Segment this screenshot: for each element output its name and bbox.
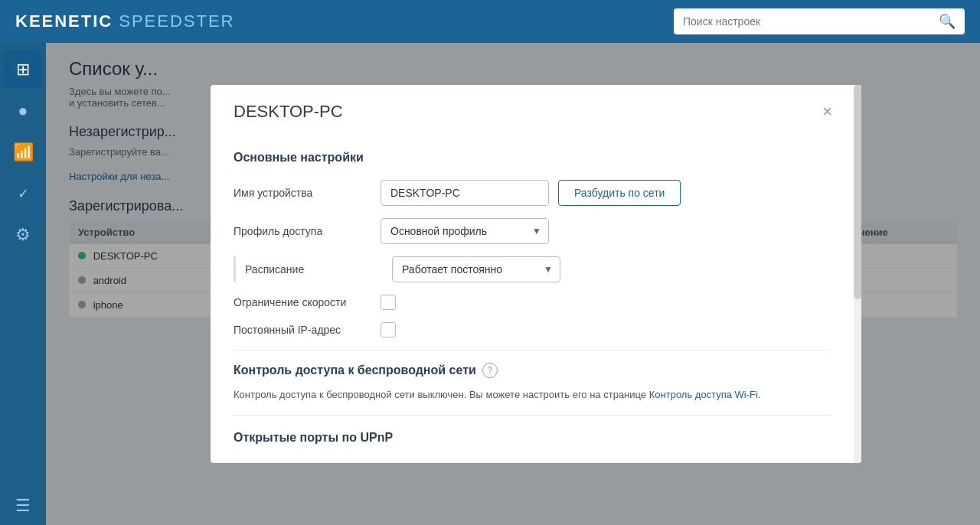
menu-icon: ☰ [15,496,31,516]
modal-inner: DESKTOP-PC × Основные настройки Имя устр… [211,85,861,463]
static-ip-row: Постоянный IP-адрес [234,322,831,338]
access-profile-select-wrap: Основной профиль Другой профиль ▼ [381,218,549,244]
device-name-label: Имя устройства [234,187,371,199]
device-name-input[interactable] [381,180,549,206]
modal-dialog: DESKTOP-PC × Основные настройки Имя устр… [211,85,861,463]
static-ip-label: Постоянный IP-адрес [234,324,371,336]
wireless-section: Контроль доступа к беспроводной сети ? К… [234,363,831,403]
access-profile-row: Профиль доступа Основной профиль Другой … [234,218,831,244]
schedule-select[interactable]: Работает постоянно По расписанию [392,256,560,282]
device-name-row: Имя устройства Разбудить по сети [234,180,831,206]
divider [234,350,831,351]
sidebar: ⊞ ● 📶 ✓ ⚙ ☰ [0,43,46,525]
basic-settings-title: Основные настройки [234,151,831,165]
wireless-title: Контроль доступа к беспроводной сети [234,364,476,377]
open-ports-title: Открытые порты по UPnP [234,431,831,445]
sidebar-item-dashboard[interactable]: ⊞ [4,51,42,89]
logo-keenetic: KEENETIC [15,11,113,31]
modal-close-button[interactable]: × [816,100,838,123]
access-profile-label: Профиль доступа [234,225,371,237]
static-ip-checkbox[interactable] [381,322,396,338]
schedule-label: Расписание [245,263,383,276]
wake-button[interactable]: Разбудить по сети [558,180,681,206]
sidebar-item-menu[interactable]: ☰ [4,487,42,525]
search-wrap: 🔍 [674,8,965,34]
modal-header: DESKTOP-PC × [211,85,861,135]
schedule-select-wrap: Работает постоянно По расписанию ▼ [392,256,560,282]
access-profile-select[interactable]: Основной профиль Другой профиль [381,218,549,244]
wifi-icon: 📶 [13,142,34,162]
modal-body: Основные настройки Имя устройства Разбуд… [211,135,861,463]
content-area: Список у... Здесь вы можете по... и уста… [46,43,980,525]
wireless-desc: Контроль доступа к беспроводной сети вык… [234,387,831,403]
globe-icon: ● [18,101,28,121]
sidebar-item-globe[interactable]: ● [4,92,42,130]
logo-speedster: SPEEDSTER [119,11,234,31]
wireless-title-row: Контроль доступа к беспроводной сети ? [234,363,831,378]
topbar: KEENETIC SPEEDSTER 🔍 [0,0,980,43]
sidebar-item-settings[interactable]: ⚙ [4,216,42,254]
main-layout: ⊞ ● 📶 ✓ ⚙ ☰ Список у... Здесь вы можете … [0,43,980,525]
dashboard-icon: ⊞ [16,60,30,80]
help-icon[interactable]: ? [482,363,498,378]
wireless-link[interactable]: Контроль доступа Wi-Fi [649,389,758,400]
logo: KEENETIC SPEEDSTER [15,11,235,31]
search-input[interactable] [683,15,933,28]
sidebar-item-shield[interactable]: ✓ [4,174,42,213]
speed-limit-label: Ограничение скорости [234,296,371,308]
divider2 [234,415,831,416]
speed-limit-row: Ограничение скорости [234,295,831,310]
open-ports-section: Открытые порты по UPnP [234,431,831,445]
scroll-track [854,85,861,463]
modal-title: DESKTOP-PC [234,102,343,122]
gear-icon: ⚙ [15,225,31,245]
speed-limit-checkbox[interactable] [381,295,396,310]
schedule-row: Расписание Работает постоянно По расписа… [234,256,831,282]
search-button[interactable]: 🔍 [939,13,956,30]
shield-icon: ✓ [18,185,29,202]
scroll-thumb[interactable] [854,85,861,299]
sidebar-item-wifi[interactable]: 📶 [4,133,42,171]
